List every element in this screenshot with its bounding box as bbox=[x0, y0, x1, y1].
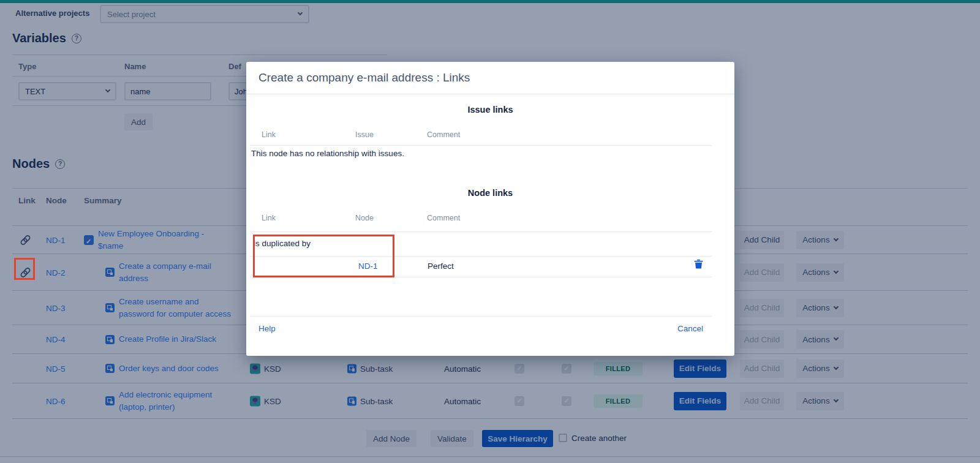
trash-icon bbox=[694, 259, 703, 269]
delete-link-button[interactable] bbox=[694, 259, 703, 271]
dialog-title: Create a company e-mail address : Links bbox=[258, 71, 470, 85]
annotation-box-link-icon bbox=[14, 258, 35, 280]
issue-links-col-link: Link bbox=[262, 130, 276, 139]
annotation-box-node-link bbox=[253, 235, 394, 277]
cancel-link[interactable]: Cancel bbox=[677, 324, 703, 333]
node-links-col-link: Link bbox=[262, 214, 276, 222]
node-links-heading: Node links bbox=[246, 188, 734, 198]
help-link[interactable]: Help bbox=[258, 324, 276, 333]
node-links-col-comment: Comment bbox=[427, 214, 460, 222]
divider bbox=[250, 232, 712, 232]
divider bbox=[246, 94, 734, 94]
issue-links-empty-message: This node has no relationship with issue… bbox=[251, 149, 404, 158]
node-links-col-node: Node bbox=[355, 214, 374, 222]
issue-links-col-comment: Comment bbox=[427, 130, 460, 139]
divider bbox=[250, 145, 712, 146]
divider bbox=[250, 316, 712, 317]
links-dialog: Create a company e-mail address : Links … bbox=[246, 62, 734, 356]
link-comment-cell: Perfect bbox=[428, 262, 454, 271]
issue-links-heading: Issue links bbox=[246, 105, 734, 115]
issue-links-col-issue: Issue bbox=[355, 130, 374, 139]
